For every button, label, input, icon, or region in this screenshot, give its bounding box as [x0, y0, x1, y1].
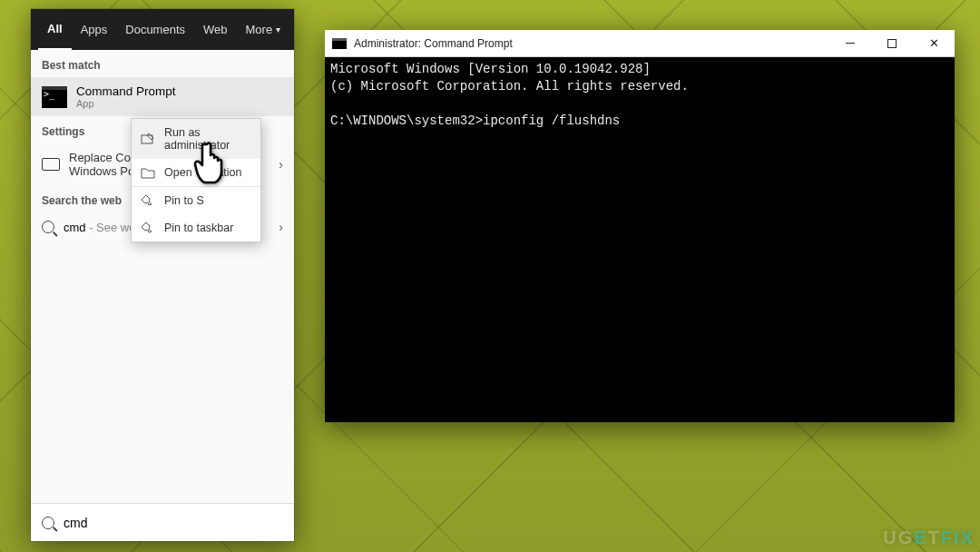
maximize-button[interactable] — [871, 30, 913, 57]
start-search-panel: All Apps Documents Web More ▾ Best match… — [31, 9, 294, 541]
section-best-match: Best match — [31, 50, 294, 77]
watermark: UGETFIX — [883, 527, 975, 548]
tab-more[interactable]: More ▾ — [237, 9, 290, 50]
tab-documents[interactable]: Documents — [116, 9, 194, 50]
pin-start-icon — [141, 194, 155, 207]
best-match-subtitle: App — [76, 98, 176, 109]
console-output[interactable]: Microsoft Windows [Version 10.0.19042.92… — [325, 57, 955, 422]
maximize-icon — [887, 39, 897, 48]
close-button[interactable] — [913, 30, 955, 57]
ctx-pin-to-taskbar[interactable]: Pin to taskbar — [132, 214, 260, 242]
tab-all-label: All — [47, 22, 63, 35]
search-bar[interactable] — [31, 503, 294, 541]
titlebar[interactable]: Administrator: Command Prompt — [325, 30, 955, 57]
ctx-pin-start-label: Pin to S — [164, 194, 204, 207]
tab-more-label: More — [246, 23, 273, 36]
search-tabs: All Apps Documents Web More ▾ — [31, 9, 294, 50]
tab-web-label: Web — [203, 23, 228, 36]
command-prompt-window: Administrator: Command Prompt Microsoft … — [325, 30, 955, 422]
minimize-icon — [846, 43, 855, 44]
run-admin-icon — [141, 133, 155, 145]
tab-documents-label: Documents — [125, 23, 185, 36]
chevron-right-icon: › — [279, 157, 283, 172]
search-panel-spacer — [31, 242, 294, 503]
tab-apps[interactable]: Apps — [72, 9, 117, 50]
window-controls — [829, 30, 955, 57]
console-line2: (c) Microsoft Corporation. All rights re… — [330, 79, 689, 94]
tab-apps-label: Apps — [81, 23, 108, 36]
search-input[interactable] — [64, 516, 283, 530]
console-line1: Microsoft Windows [Version 10.0.19042.92… — [330, 62, 651, 76]
close-icon — [929, 36, 939, 50]
chevron-right-icon: › — [279, 220, 283, 234]
command-prompt-icon — [42, 86, 67, 108]
best-match-title: Command Prompt — [76, 84, 176, 98]
best-match-result[interactable]: Command Prompt App — [31, 77, 294, 116]
console-prompt: C:\WINDOWS\system32>ipconfig /flushdns — [330, 113, 620, 128]
ctx-pin-taskbar-label: Pin to taskbar — [164, 222, 233, 234]
tab-all[interactable]: All — [38, 9, 72, 50]
tab-web[interactable]: Web — [194, 9, 237, 50]
web-query: cmd — [64, 221, 86, 234]
cursor-hand-pointer-icon — [193, 141, 231, 186]
settings-icon — [42, 158, 60, 171]
search-icon — [42, 221, 54, 233]
ctx-pin-to-start[interactable]: Pin to S — [132, 187, 260, 214]
minimize-button[interactable] — [829, 30, 871, 57]
best-match-text: Command Prompt App — [76, 84, 176, 109]
command-prompt-icon — [332, 38, 347, 49]
pin-taskbar-icon — [141, 222, 155, 234]
folder-icon — [141, 166, 155, 179]
chevron-down-icon: ▾ — [276, 25, 280, 34]
search-icon — [42, 517, 54, 529]
window-title: Administrator: Command Prompt — [354, 37, 829, 50]
